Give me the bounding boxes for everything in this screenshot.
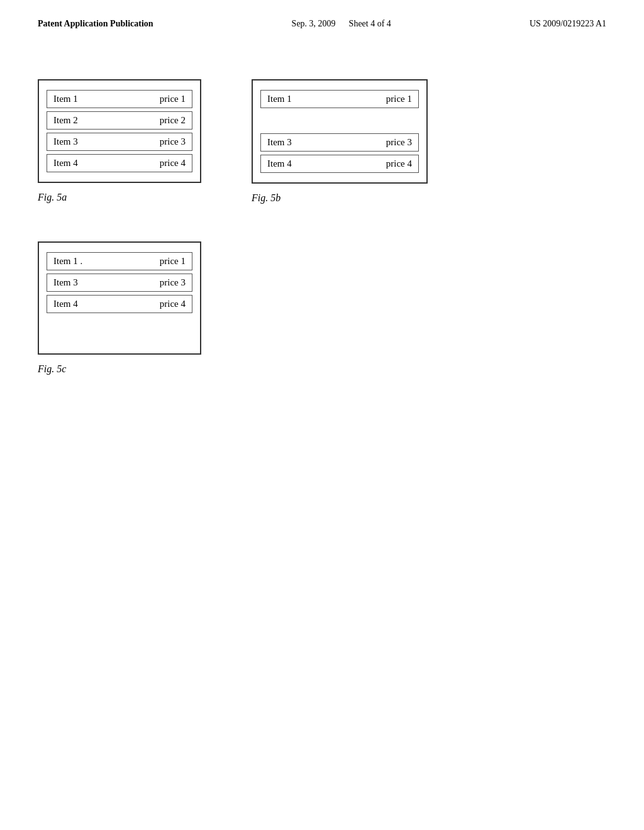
- figure-5c-label: Fig. 5c: [38, 363, 66, 375]
- figures-bottom-row: Item 1 . price 1 Item 3 price 3 Item 4 p…: [38, 241, 606, 375]
- item-price: price 3: [160, 277, 186, 288]
- table-row: Item 2 price 2: [47, 111, 192, 130]
- header-date: Sep. 3, 2009: [292, 19, 336, 28]
- table-row: Item 4 price 4: [47, 295, 192, 313]
- item-price: price 3: [160, 136, 186, 147]
- table-row: Item 4 price 4: [260, 155, 419, 173]
- table-row: Item 1 price 1: [260, 90, 419, 108]
- item-price: price 3: [386, 137, 412, 148]
- table-row: Item 4 price 4: [47, 154, 192, 172]
- header-date-sheet: Sep. 3, 2009 Sheet 4 of 4: [292, 19, 391, 29]
- table-row: Item 3 price 3: [47, 133, 192, 151]
- table-row: Item 1 . price 1: [47, 252, 192, 270]
- page-header: Patent Application Publication Sep. 3, 2…: [0, 0, 644, 42]
- item-name: Item 3: [53, 277, 78, 288]
- item-price: price 1: [160, 256, 186, 267]
- item-name: Item 1 .: [53, 256, 82, 267]
- item-price: price 4: [386, 158, 412, 169]
- figure-5c-box: Item 1 . price 1 Item 3 price 3 Item 4 p…: [38, 241, 201, 355]
- header-sheet: Sheet 4 of 4: [349, 19, 391, 28]
- item-name: Item 3: [267, 137, 292, 148]
- figure-5b-container: Item 1 price 1 Item 3 price 3 Item 4 pri…: [252, 79, 428, 204]
- page-content: Item 1 price 1 Item 2 price 2 Item 3 pri…: [0, 42, 644, 425]
- figure-5a-label: Fig. 5a: [38, 192, 67, 203]
- item-name: Item 1: [53, 94, 78, 104]
- item-name: Item 1: [267, 94, 292, 104]
- figures-top-row: Item 1 price 1 Item 2 price 2 Item 3 pri…: [38, 79, 606, 204]
- item-price: price 2: [160, 115, 186, 126]
- item-name: Item 4: [267, 158, 292, 169]
- item-price: price 4: [160, 158, 186, 169]
- figure-5c-container: Item 1 . price 1 Item 3 price 3 Item 4 p…: [38, 241, 201, 375]
- item-price: price 1: [160, 94, 186, 104]
- table-row: Item 3 price 3: [260, 133, 419, 152]
- figure-5b-box: Item 1 price 1 Item 3 price 3 Item 4 pri…: [252, 79, 428, 184]
- item-name: Item 4: [53, 299, 78, 309]
- header-patent-number: US 2009/0219223 A1: [530, 19, 606, 29]
- table-row: Item 3 price 3: [47, 274, 192, 292]
- figure-5a-box: Item 1 price 1 Item 2 price 2 Item 3 pri…: [38, 79, 201, 183]
- item-gap: [260, 111, 419, 130]
- figure-5a-container: Item 1 price 1 Item 2 price 2 Item 3 pri…: [38, 79, 201, 203]
- figure-5b-label: Fig. 5b: [252, 192, 280, 204]
- table-row: Item 1 price 1: [47, 90, 192, 108]
- item-name: Item 3: [53, 136, 78, 147]
- item-name: Item 2: [53, 115, 78, 126]
- item-price: price 4: [160, 299, 186, 309]
- item-price: price 1: [386, 94, 412, 104]
- header-publication-label: Patent Application Publication: [38, 19, 153, 29]
- item-name: Item 4: [53, 158, 78, 169]
